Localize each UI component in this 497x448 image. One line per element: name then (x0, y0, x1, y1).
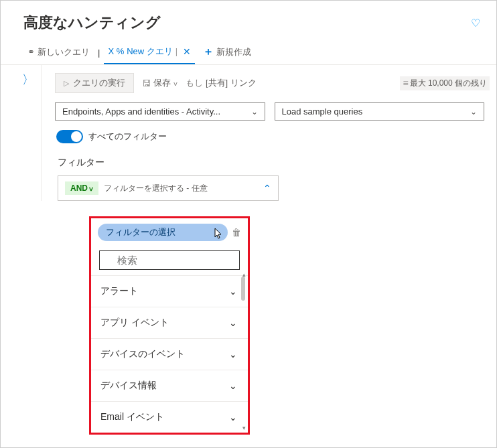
scroll-down-icon[interactable]: ▾ (242, 425, 246, 431)
tab-create-new[interactable]: ＋ 新規作成 (199, 41, 255, 64)
chevron-down-icon: ⌄ (229, 412, 237, 423)
save-button[interactable]: 🖫 保存 ⅴ (142, 77, 178, 89)
button-label: クエリの実行 (73, 77, 125, 89)
filter-category-item[interactable]: Email イベント ⌄ (91, 401, 248, 433)
chevron-down-icon: ⌄ (229, 286, 237, 297)
chevron-down-icon: ⌄ (251, 107, 258, 117)
delete-filter-icon[interactable]: 🗑 (232, 227, 241, 238)
tips-icon[interactable]: ♡ (471, 17, 480, 29)
tab-active-query[interactable]: X % New クエリ | ✕ (104, 42, 195, 64)
filter-category-item[interactable]: アプリ イベント ⌄ (91, 307, 248, 338)
chevron-down-icon: ⌄ (229, 349, 237, 360)
filter-select-pill[interactable]: フィルターの選択 (98, 224, 228, 241)
category-label: アプリ イベント (100, 317, 169, 329)
filter-card: AND ⅴ フィルターを選択する - 任意 ⌃ (58, 175, 279, 201)
share-prefix: もし (186, 77, 203, 89)
filter-category-list: ▴ アラート ⌄ アプリ イベント ⌄ デバイスのイベント ⌄ デバイス情報 ⌄… (91, 275, 248, 433)
button-label: 保存 (153, 77, 171, 89)
remaining-text: 最大 10,000 個の残り (410, 78, 487, 89)
chevron-down-icon: ⅴ (89, 185, 93, 192)
filter-hint-text: フィルターを選択する - 任意 (104, 183, 258, 194)
link-icon: ⚭ (27, 47, 35, 57)
results-remaining: ≡ 最大 10,000 個の残り (400, 76, 490, 90)
tab-separator: | (175, 46, 178, 56)
chevron-down-icon: ⅴ (173, 80, 178, 87)
toggle-label: すべてのフィルター (88, 131, 167, 143)
tab-new-query[interactable]: ⚭ 新しいクエリ (23, 42, 94, 64)
category-label: デバイスのイベント (100, 348, 185, 360)
chevron-down-icon: ⌄ (229, 380, 237, 391)
page-title: 高度なハンティング (23, 13, 161, 33)
close-tab-icon[interactable]: ✕ (183, 46, 191, 57)
filter-dropdown-panel: フィルターの選択 🗑 🔍︎ ▴ アラート ⌄ アプリ イベント ⌄ デバイスのイ… (89, 216, 250, 435)
collapse-icon[interactable]: ⌃ (263, 183, 271, 194)
filter-category-item[interactable]: アラート ⌄ (91, 275, 248, 307)
cursor-icon (213, 228, 224, 242)
category-label: デバイス情報 (100, 380, 157, 392)
pill-label: フィルターの選択 (106, 227, 175, 237)
selector-label: Load sample queries (282, 106, 363, 117)
save-icon: 🖫 (142, 78, 151, 88)
filter-category-item[interactable]: デバイスのイベント ⌄ (91, 338, 248, 370)
badge-text: AND (70, 183, 88, 193)
tab-separator: | (98, 48, 100, 58)
chevron-down-icon: ⌄ (470, 107, 477, 117)
share-link-button[interactable]: もし [共有] リンク (186, 77, 257, 89)
filters-section-label: フィルター (42, 149, 496, 174)
tab-label: 新しいクエリ (38, 46, 90, 58)
chevron-down-icon: ⌄ (229, 317, 237, 328)
schema-selector[interactable]: Endpoints, Apps and identities - Activit… (55, 102, 265, 121)
play-icon: ▷ (64, 79, 69, 88)
run-query-button[interactable]: ▷ クエリの実行 (55, 73, 134, 93)
sample-queries-selector[interactable]: Load sample queries ⌄ (275, 102, 485, 121)
expand-sidebar-icon[interactable]: 〉 (22, 73, 41, 86)
button-label: [共有] リンク (206, 77, 257, 89)
all-filters-toggle[interactable] (56, 130, 83, 143)
selector-label: Endpoints, Apps and identities - Activit… (62, 106, 220, 117)
category-label: Email イベント (100, 411, 164, 423)
and-operator-badge[interactable]: AND ⅴ (65, 181, 98, 195)
tab-prefix: X % (108, 46, 124, 56)
category-label: アラート (100, 285, 138, 297)
tab-label: 新規作成 (216, 46, 251, 58)
tab-label: New クエリ (127, 46, 173, 58)
filter-search-input[interactable] (99, 250, 240, 270)
filter-category-item[interactable]: デバイス情報 ⌄ (91, 370, 248, 401)
plus-icon: ＋ (203, 45, 214, 59)
scrollbar-thumb[interactable] (241, 277, 245, 301)
list-icon: ≡ (403, 78, 407, 88)
